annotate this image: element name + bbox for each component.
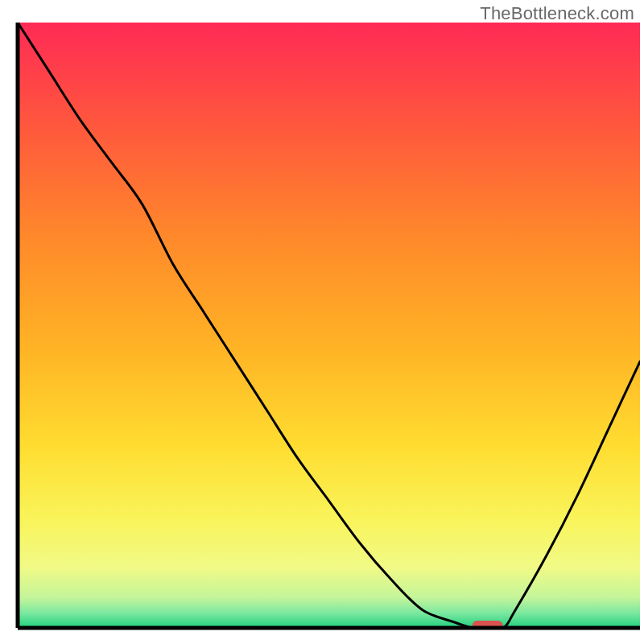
chart-container: TheBottleneck.com (0, 0, 644, 644)
plot-background (18, 23, 640, 628)
watermark-text: TheBottleneck.com (480, 3, 634, 24)
bottleneck-chart (0, 0, 644, 644)
